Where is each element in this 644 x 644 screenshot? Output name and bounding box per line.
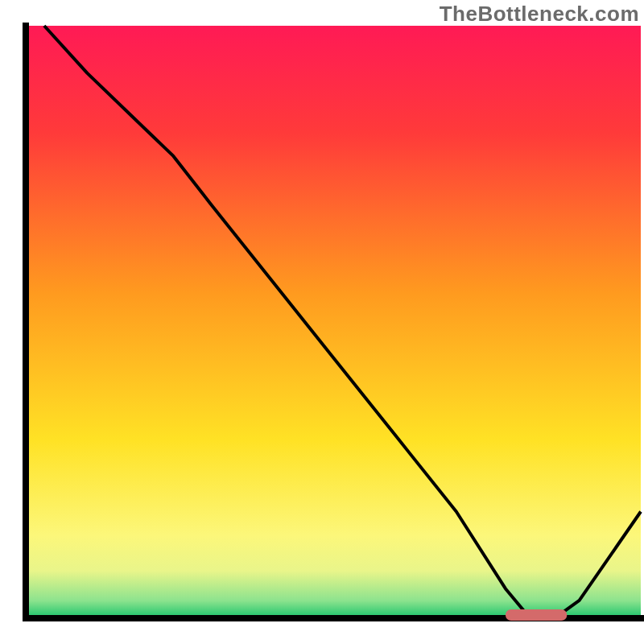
sweet-spot-marker [506, 609, 567, 621]
watermark-text: TheBottleneck.com [440, 2, 639, 27]
chart-background [26, 26, 641, 618]
bottleneck-chart: TheBottleneck.com [0, 0, 644, 644]
chart-svg [0, 0, 644, 644]
